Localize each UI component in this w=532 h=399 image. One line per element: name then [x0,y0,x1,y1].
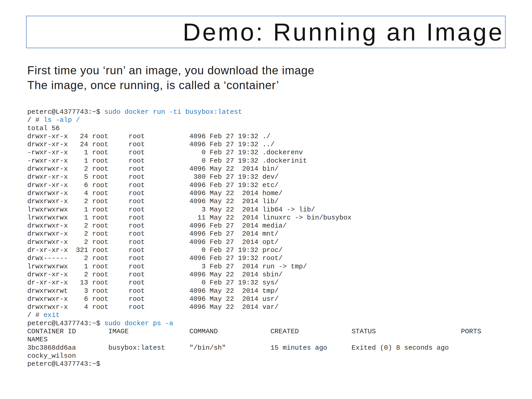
terminal-plain-text: drwxr-xr-x 24 root root 4096 Feb 27 19:3… [27,141,275,148]
terminal-line: lrwxrwxrwx 1 root root 3 May 22 2014 lib… [27,206,481,214]
terminal-line: drwxrwxr-x 2 root root 4096 May 22 2014 … [27,197,481,205]
terminal-plain-text: dr-xr-xr-x 321 root root 0 Feb 27 19:32 … [27,246,283,254]
body-line-1: First time you ‘run’ an image, you downl… [27,63,314,78]
terminal-plain-text: 3bc3868dd6aa busybox:latest "/bin/sh" 15… [27,344,449,352]
terminal-plain-text: drwxr-xr-x 6 root root 4096 Feb 27 19:32… [27,181,278,189]
body-line-2: The image, once running, is called a ‘co… [27,78,314,92]
terminal-plain-text: / # [27,311,43,319]
terminal-plain-text: NAMES [27,336,48,343]
terminal-line: / # exit [27,311,481,319]
terminal-plain-text: cocky_wilson [27,352,76,360]
terminal-line: cocky_wilson [27,352,481,360]
page-title: Demo: Running an Image [183,20,505,44]
terminal-line: drwxrwxr-x 6 root root 4096 May 22 2014 … [27,295,481,303]
terminal-plain-text: drwxrwxrwt 3 root root 4096 May 22 2014 … [27,287,278,295]
terminal-line: total 56 [27,124,481,132]
terminal-line: dr-xr-xr-x 13 root root 0 Feb 27 19:32 s… [27,279,481,287]
terminal-plain-text: drwxr-xr-x 2 root root 4096 May 22 2014 … [27,271,283,278]
terminal-line: drwxr-xr-x 6 root root 4096 Feb 27 19:32… [27,181,481,189]
terminal-line: drwxrwxr-x 2 root root 4096 Feb 27 2014 … [27,222,481,230]
terminal-command-text: sudo docker ps -a [104,320,173,327]
terminal-line: peterc@L4377743:~$ sudo docker run -ti b… [27,108,481,116]
terminal-plain-text: lrwxrwxrwx 1 root root 11 May 22 2014 li… [27,214,351,222]
terminal-output: peterc@L4377743:~$ sudo docker run -ti b… [27,108,481,368]
terminal-plain-text: lrwxrwxrwx 1 root root 3 May 22 2014 lib… [27,206,315,214]
terminal-plain-text: peterc@L4377743:~$ [27,360,100,368]
terminal-plain-text: drwxrwxr-x 2 root root 4096 May 22 2014 … [27,197,278,205]
terminal-line: 3bc3868dd6aa busybox:latest "/bin/sh" 15… [27,344,481,352]
terminal-plain-text: drwxr-xr-x 24 root root 4096 Feb 27 19:3… [27,132,270,140]
terminal-line: peterc@L4377743:~$ [27,360,481,368]
terminal-plain-text: drwxrwxr-x 4 root root 4096 May 22 2014 … [27,189,283,197]
terminal-command-text: exit [43,311,59,319]
terminal-command-text: ls -alp / [43,116,80,124]
slide: Demo: Running an Image First time you ‘r… [0,0,532,399]
terminal-plain-text: drwxr-xr-x 5 root root 380 Feb 27 19:32 … [27,173,278,181]
title-box: Demo: Running an Image [26,16,506,48]
terminal-plain-text: drwxrwxr-x 2 root root 4096 Feb 27 2014 … [27,230,278,238]
terminal-line: -rwxr-xr-x 1 root root 0 Feb 27 19:32 .d… [27,149,481,157]
terminal-line: lrwxrwxrwx 1 root root 3 Feb 27 2014 run… [27,263,481,271]
terminal-line: drwxrwxr-x 2 root root 4096 Feb 27 2014 … [27,238,481,246]
body-text: First time you ‘run’ an image, you downl… [27,63,314,92]
terminal-plain-text: CONTAINER ID IMAGE COMMAND CREATED STATU… [27,328,481,335]
terminal-line: drwxrwxrwt 3 root root 4096 May 22 2014 … [27,287,481,295]
terminal-plain-text: / # [27,116,43,124]
terminal-plain-text: drwxrwxr-x 2 root root 4096 May 22 2014 … [27,165,278,173]
terminal-line: drwx------ 2 root root 4096 Feb 27 19:32… [27,254,481,262]
terminal-line: CONTAINER ID IMAGE COMMAND CREATED STATU… [27,328,481,336]
terminal-line: -rwxr-xr-x 1 root root 0 Feb 27 19:32 .d… [27,157,481,165]
terminal-line: drwxrwxr-x 4 root root 4096 May 22 2014 … [27,189,481,197]
terminal-plain-text: drwxrwxr-x 4 root root 4096 May 22 2014 … [27,303,278,311]
terminal-plain-text: total 56 [27,124,60,132]
terminal-plain-text: lrwxrwxrwx 1 root root 3 Feb 27 2014 run… [27,263,307,270]
terminal-plain-text: peterc@L4377743:~$ [27,320,104,327]
terminal-command-text: sudo docker run -ti busybox:latest [104,108,242,116]
terminal-plain-text: drwxrwxr-x 6 root root 4096 May 22 2014 … [27,295,278,303]
terminal-line: drwxrwxr-x 2 root root 4096 May 22 2014 … [27,165,481,173]
terminal-line: drwxrwxr-x 4 root root 4096 May 22 2014 … [27,303,481,311]
terminal-plain-text: dr-xr-xr-x 13 root root 0 Feb 27 19:32 s… [27,279,278,287]
terminal-plain-text: -rwxr-xr-x 1 root root 0 Feb 27 19:32 .d… [27,157,307,165]
terminal-line: NAMES [27,336,481,344]
terminal-plain-text: drwxrwxr-x 2 root root 4096 Feb 27 2014 … [27,238,278,246]
terminal-line: drwxr-xr-x 24 root root 4096 Feb 27 19:3… [27,141,481,149]
terminal-line: lrwxrwxrwx 1 root root 11 May 22 2014 li… [27,214,481,222]
terminal-line: drwxr-xr-x 2 root root 4096 May 22 2014 … [27,271,481,279]
terminal-plain-text: drwxrwxr-x 2 root root 4096 Feb 27 2014 … [27,222,287,230]
terminal-plain-text: -rwxr-xr-x 1 root root 0 Feb 27 19:32 .d… [27,149,303,156]
terminal-line: drwxr-xr-x 24 root root 4096 Feb 27 19:3… [27,132,481,141]
terminal-line: drwxr-xr-x 5 root root 380 Feb 27 19:32 … [27,173,481,181]
terminal-line: / # ls -alp / [27,116,481,124]
terminal-line: drwxrwxr-x 2 root root 4096 Feb 27 2014 … [27,230,481,238]
terminal-line: dr-xr-xr-x 321 root root 0 Feb 27 19:32 … [27,246,481,254]
terminal-line: peterc@L4377743:~$ sudo docker ps -a [27,320,481,328]
terminal-plain-text: drwx------ 2 root root 4096 Feb 27 19:32… [27,254,283,262]
terminal-plain-text: peterc@L4377743:~$ [27,108,104,116]
